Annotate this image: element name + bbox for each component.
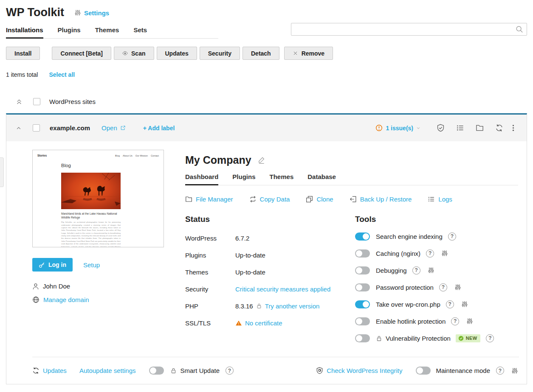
search-input[interactable] xyxy=(291,23,527,36)
collapse-all-icon[interactable] xyxy=(16,98,23,105)
help-icon[interactable] xyxy=(439,283,447,291)
site-title: My Company xyxy=(185,154,251,166)
sidebar-handle[interactable] xyxy=(0,157,4,187)
preview-post-image xyxy=(61,173,121,209)
settings-sliders-icon[interactable] xyxy=(466,318,473,325)
eye-icon xyxy=(122,50,128,56)
check-integrity-link[interactable]: Check WordPress Integrity xyxy=(316,367,402,374)
security-measures-link[interactable]: Critical security measures applied xyxy=(235,286,330,293)
list-icon[interactable] xyxy=(456,124,464,132)
help-icon[interactable] xyxy=(486,334,494,342)
tab-plugins[interactable]: Plugins xyxy=(58,25,81,38)
toggle-password-protection[interactable] xyxy=(355,283,370,291)
no-certificate-link[interactable]: No certificate xyxy=(245,319,282,327)
toggle-smart-update[interactable] xyxy=(149,367,164,375)
birds-illustration xyxy=(61,173,121,209)
help-icon[interactable] xyxy=(496,367,504,375)
tab-sets[interactable]: Sets xyxy=(133,25,147,38)
tab-installations[interactable]: Installations xyxy=(6,25,43,39)
toggle-debugging[interactable] xyxy=(355,266,370,274)
security-button[interactable]: Security xyxy=(200,47,240,60)
status-row-wordpress: WordPress 6.7.2 xyxy=(185,230,355,246)
site-tabs: Dashboard Plugins Themes Database xyxy=(185,173,518,185)
open-site-link[interactable]: Open xyxy=(102,124,126,132)
group-title: WordPress sites xyxy=(49,98,96,105)
updates-button[interactable]: Updates xyxy=(157,47,197,60)
help-icon[interactable] xyxy=(426,249,434,258)
toggle-hotlink-protection[interactable] xyxy=(355,317,370,325)
check-integrity-label: Check WordPress Integrity xyxy=(327,367,402,374)
site-checkbox[interactable] xyxy=(33,124,40,132)
status-row-plugins: Plugins Up-to-date xyxy=(185,246,355,263)
folder-icon xyxy=(185,196,192,203)
preview-brand: Stories xyxy=(37,154,47,157)
group-row: WordPress sites xyxy=(6,98,527,105)
site-preview-thumbnail[interactable]: Stories Blog About Us Our Mission Contac… xyxy=(32,150,164,247)
help-icon[interactable] xyxy=(451,317,459,325)
login-label: Log in xyxy=(48,261,66,268)
setup-link[interactable]: Setup xyxy=(83,261,100,269)
try-another-version-link[interactable]: Try another version xyxy=(265,302,320,310)
group-checkbox[interactable] xyxy=(33,98,40,105)
toggle-vulnerability-protection[interactable] xyxy=(355,334,370,342)
toggle-search-engine-indexing[interactable] xyxy=(355,232,370,241)
tool-row-password-protection: Password protection xyxy=(355,279,518,296)
toggle-wp-cron[interactable] xyxy=(355,300,370,308)
install-button[interactable]: Install xyxy=(6,47,40,60)
remove-button[interactable]: Remove xyxy=(284,47,333,60)
sync-icon[interactable] xyxy=(495,124,503,132)
login-button[interactable]: Log in xyxy=(32,258,73,272)
help-icon[interactable] xyxy=(226,367,234,375)
help-icon[interactable] xyxy=(412,266,420,274)
settings-sliders-icon[interactable] xyxy=(454,284,461,291)
detach-button[interactable]: Detach xyxy=(243,47,279,60)
tab-themes[interactable]: Themes xyxy=(95,25,119,38)
toggle-caching[interactable] xyxy=(355,249,370,258)
person-icon xyxy=(32,283,39,290)
new-badge-label: NEW xyxy=(466,336,477,341)
scan-button[interactable]: Scan xyxy=(114,47,154,60)
status-row-php: PHP 8.3.16 Try another version xyxy=(185,297,355,314)
settings-link[interactable]: Settings xyxy=(74,9,109,17)
preview-nav-item: Blog xyxy=(115,154,120,157)
site-tab-themes[interactable]: Themes xyxy=(270,173,294,185)
clone-link[interactable]: Clone xyxy=(306,196,333,203)
file-manager-link[interactable]: File Manager xyxy=(185,196,233,203)
logs-link[interactable]: Logs xyxy=(428,196,452,203)
settings-sliders-icon[interactable] xyxy=(511,367,518,374)
warning-triangle-icon xyxy=(235,320,242,326)
select-all-link[interactable]: Select all xyxy=(49,71,75,78)
manage-domain-label: Manage domain xyxy=(43,296,89,303)
edit-pencil-icon[interactable] xyxy=(258,157,265,164)
connect-button[interactable]: Connect [Beta] xyxy=(52,47,111,60)
folder-icon[interactable] xyxy=(476,124,484,132)
help-icon[interactable] xyxy=(446,300,454,308)
security-shield-icon[interactable] xyxy=(437,124,445,132)
copy-data-icon xyxy=(249,196,257,203)
tool-row-hotlink-protection: Enable hotlink protection xyxy=(355,313,518,330)
collapse-card-icon[interactable] xyxy=(16,125,22,131)
manage-domain-link[interactable]: Manage domain xyxy=(32,296,164,303)
scan-label: Scan xyxy=(131,50,145,57)
autoupdate-settings-link[interactable]: Autoupdate settings xyxy=(79,367,136,374)
updates-link[interactable]: Updates xyxy=(32,367,67,374)
copy-data-link[interactable]: Copy Data xyxy=(249,196,290,203)
settings-sliders-icon[interactable] xyxy=(428,267,434,274)
issues-dropdown[interactable]: 1 issue(s) xyxy=(375,124,420,132)
settings-sliders-icon[interactable] xyxy=(441,250,448,257)
preview-heading: Blog xyxy=(61,163,121,168)
add-label-link[interactable]: + Add label xyxy=(143,125,175,132)
toggle-maintenance-mode[interactable] xyxy=(416,367,431,375)
site-tab-plugins[interactable]: Plugins xyxy=(232,173,255,185)
site-tab-database[interactable]: Database xyxy=(307,173,336,185)
app-header: WP Toolkit Settings xyxy=(0,0,533,19)
maintenance-mode-label: Maintenance mode xyxy=(436,367,490,374)
settings-sliders-icon[interactable] xyxy=(461,301,468,308)
backup-restore-link[interactable]: Back Up / Restore xyxy=(350,196,412,203)
search-box xyxy=(291,23,527,36)
help-icon[interactable] xyxy=(448,232,456,241)
kebab-menu-icon[interactable] xyxy=(509,124,517,132)
site-tab-dashboard[interactable]: Dashboard xyxy=(185,173,218,185)
search-icon[interactable] xyxy=(516,25,523,33)
preview-nav-item: Contact xyxy=(151,154,159,157)
